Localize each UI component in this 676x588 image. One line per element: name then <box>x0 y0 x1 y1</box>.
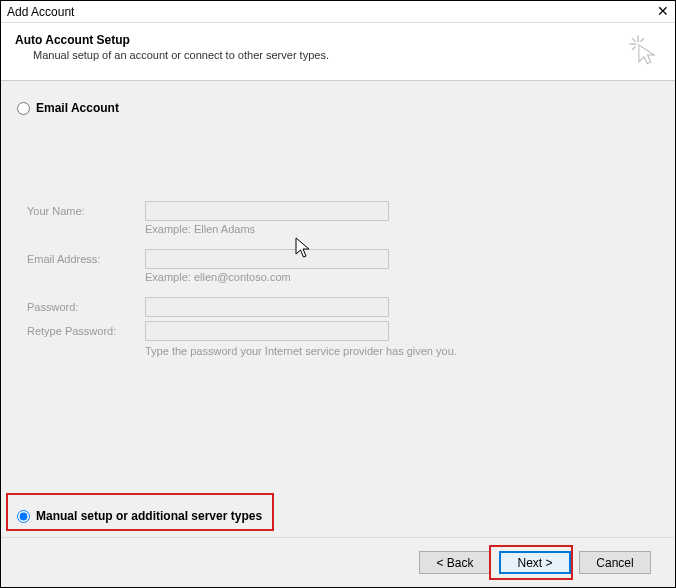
manual-setup-option[interactable]: Manual setup or additional server types <box>17 509 262 523</box>
account-form: Your Name: Example: Ellen Adams Email Ad… <box>27 201 659 357</box>
wizard-footer: < Back Next > Cancel <box>1 537 675 587</box>
close-icon[interactable]: ✕ <box>657 3 669 19</box>
email-account-label: Email Account <box>36 101 119 115</box>
back-button[interactable]: < Back <box>419 551 491 574</box>
manual-setup-radio[interactable] <box>17 510 30 523</box>
email-address-hint: Example: ellen@contoso.com <box>145 271 659 283</box>
svg-line-2 <box>632 38 635 41</box>
wizard-header: Auto Account Setup Manual setup of an ac… <box>1 23 675 81</box>
wizard-body: Email Account Your Name: Example: Ellen … <box>1 81 675 537</box>
your-name-field <box>145 201 389 221</box>
email-account-radio[interactable] <box>17 102 30 115</box>
window-title: Add Account <box>7 5 74 19</box>
email-address-label: Email Address: <box>27 253 145 265</box>
cursor-sparkle-icon <box>627 33 661 67</box>
your-name-hint: Example: Ellen Adams <box>145 223 659 235</box>
retype-password-label: Retype Password: <box>27 325 145 337</box>
titlebar: Add Account ✕ <box>1 1 675 23</box>
password-hint: Type the password your Internet service … <box>145 345 659 357</box>
email-address-field <box>145 249 389 269</box>
header-title: Auto Account Setup <box>15 33 661 47</box>
password-field <box>145 297 389 317</box>
svg-line-3 <box>641 38 644 41</box>
retype-password-field <box>145 321 389 341</box>
add-account-dialog: Add Account ✕ Auto Account Setup Manual … <box>0 0 676 588</box>
header-subtitle: Manual setup of an account or connect to… <box>33 49 661 61</box>
email-account-option[interactable]: Email Account <box>17 101 659 115</box>
your-name-label: Your Name: <box>27 205 145 217</box>
manual-setup-label: Manual setup or additional server types <box>36 509 262 523</box>
password-label: Password: <box>27 301 145 313</box>
next-button[interactable]: Next > <box>499 551 571 574</box>
svg-line-4 <box>632 47 635 50</box>
cancel-button[interactable]: Cancel <box>579 551 651 574</box>
